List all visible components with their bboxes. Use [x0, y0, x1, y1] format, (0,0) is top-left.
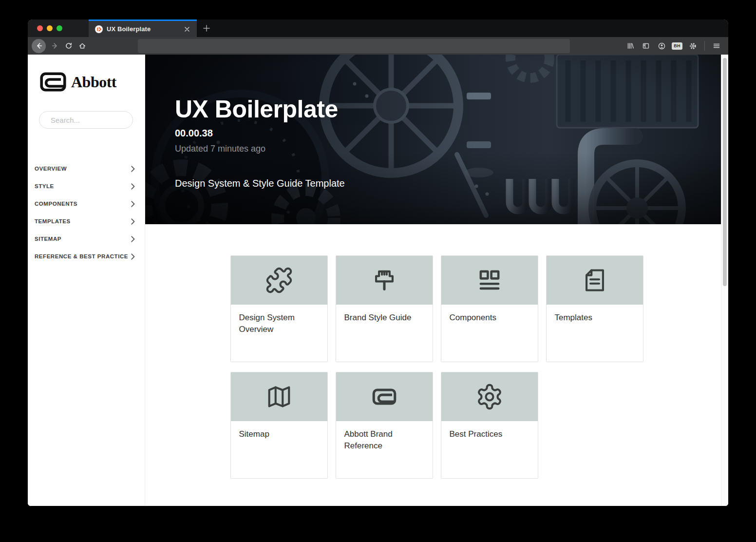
library-button[interactable]: [624, 39, 637, 53]
chevron-right-icon: [131, 166, 135, 172]
sidebar-item-sitemap[interactable]: SITEMAP: [28, 230, 145, 248]
search-input[interactable]: [50, 116, 149, 125]
favicon: [95, 25, 103, 33]
card-title: Best Practices: [441, 421, 538, 447]
back-icon: [35, 42, 43, 50]
card-icon-area: [231, 256, 327, 305]
card-icon-area: [336, 372, 433, 421]
chevron-right-icon: [131, 183, 135, 190]
abbott-logo: Abbott: [40, 72, 145, 92]
page-title: UX Boilerplate: [175, 95, 338, 123]
card-templates[interactable]: Templates: [546, 255, 643, 362]
sidebar-nav: OVERVIEW STYLE COMPONENTS TEMPLATES SITE…: [28, 160, 145, 265]
settings-extension-button[interactable]: [686, 39, 699, 53]
plus-icon: [203, 25, 210, 32]
paintbrush-icon: [370, 266, 398, 294]
abbott-logo-icon: [370, 383, 398, 411]
zoom-window-button[interactable]: [57, 25, 62, 31]
card-sitemap[interactable]: Sitemap: [230, 372, 328, 479]
sidebar: Abbott OVERVIEW STYLE COMPONENTS: [28, 55, 145, 506]
titlebar: UX Boilerplate: [28, 19, 728, 37]
hamburger-icon: [713, 42, 720, 50]
puzzle-icon: [265, 266, 293, 294]
sidebar-item-templates[interactable]: TEMPLATES: [28, 213, 145, 230]
tab-title: UX Boilerplate: [107, 25, 178, 33]
traffic-lights: [28, 19, 89, 37]
version-label: 00.00.38: [175, 128, 213, 139]
card-best-practices[interactable]: Best Practices: [441, 372, 538, 479]
page-content: Abbott OVERVIEW STYLE COMPONENTS: [28, 55, 728, 506]
toolbar-divider: [704, 41, 705, 51]
card-icon-area: [231, 372, 327, 421]
navigation-toolbar: BH: [28, 37, 728, 55]
updated-label: Updated 7 minutes ago: [175, 144, 265, 154]
menu-button[interactable]: [710, 39, 723, 53]
sidebar-toggle-button[interactable]: [639, 39, 653, 53]
nav-label: SITEMAP: [35, 236, 61, 242]
new-tab-button[interactable]: [197, 19, 216, 37]
abbott-symbol-icon: [40, 72, 66, 92]
card-title: Brand Style Guide: [336, 305, 433, 331]
toolbar-right-icons: BH: [624, 39, 723, 53]
card-grid: Design System Overview Brand Style Guide: [230, 255, 643, 479]
tab-ux-boilerplate[interactable]: UX Boilerplate: [89, 19, 197, 37]
close-window-button[interactable]: [37, 25, 43, 31]
sidebar-toggle-icon: [642, 42, 650, 50]
machinery-hero-image: [145, 55, 721, 224]
nav-label: TEMPLATES: [35, 218, 71, 224]
hero-banner: UX Boilerplate 00.00.38 Updated 7 minute…: [145, 55, 728, 224]
gear-icon: [689, 42, 697, 50]
titlebar-drag-area: [216, 19, 728, 37]
card-title: Templates: [547, 305, 643, 331]
card-brand-style-guide[interactable]: Brand Style Guide: [336, 255, 433, 362]
nav-label: REFERENCE & BEST PRACTICE: [35, 253, 128, 259]
sidebar-item-style[interactable]: STYLE: [28, 177, 145, 195]
nav-label: OVERVIEW: [35, 166, 67, 172]
sidebar-item-components[interactable]: COMPONENTS: [28, 195, 145, 213]
card-title: Sitemap: [231, 421, 327, 447]
card-icon-area: [547, 256, 643, 305]
scrollbar-thumb[interactable]: [723, 58, 727, 286]
document-icon: [581, 266, 609, 294]
search-box[interactable]: [39, 111, 133, 129]
card-components[interactable]: Components: [441, 255, 538, 362]
bh-extension-button[interactable]: BH: [670, 39, 684, 53]
forward-icon: [51, 42, 59, 50]
card-title: Components: [441, 305, 538, 331]
chevron-right-icon: [131, 236, 135, 242]
account-button[interactable]: [655, 39, 668, 53]
refresh-icon: [65, 42, 73, 50]
components-icon: [475, 266, 504, 294]
card-icon-area: [441, 256, 538, 305]
chevron-right-icon: [131, 218, 135, 225]
sidebar-item-reference-best-practice[interactable]: REFERENCE & BEST PRACTICE: [28, 248, 145, 265]
sidebar-item-overview[interactable]: OVERVIEW: [28, 160, 145, 177]
nav-label: STYLE: [35, 183, 54, 189]
account-icon: [658, 42, 666, 50]
forward-button[interactable]: [48, 39, 62, 53]
refresh-button[interactable]: [62, 39, 76, 53]
bh-badge: BH: [672, 42, 682, 50]
nav-label: COMPONENTS: [35, 201, 77, 207]
browser-window: UX Boilerplate: [28, 19, 728, 506]
main-area: UX Boilerplate 00.00.38 Updated 7 minute…: [145, 55, 728, 506]
gear-icon: [475, 383, 504, 411]
chevron-right-icon: [131, 201, 135, 207]
back-button[interactable]: [32, 39, 46, 53]
scrollbar-track[interactable]: [721, 55, 728, 506]
home-button[interactable]: [76, 39, 89, 53]
card-title: Design System Overview: [231, 305, 327, 343]
map-icon: [265, 383, 293, 411]
tab-close-icon[interactable]: [182, 24, 192, 34]
card-design-system-overview[interactable]: Design System Overview: [230, 255, 328, 362]
home-icon: [78, 42, 86, 50]
card-abbott-brand-reference[interactable]: Abbott Brand Reference: [336, 372, 433, 479]
url-input[interactable]: [138, 39, 570, 53]
minimize-window-button[interactable]: [47, 25, 53, 31]
card-title: Abbott Brand Reference: [336, 421, 433, 459]
library-icon: [626, 42, 634, 50]
chevron-right-icon: [131, 253, 135, 260]
hero-subtitle: Design System & Style Guide Template: [175, 178, 345, 189]
card-icon-area: [441, 372, 538, 421]
brand-wordmark: Abbott: [71, 73, 116, 91]
